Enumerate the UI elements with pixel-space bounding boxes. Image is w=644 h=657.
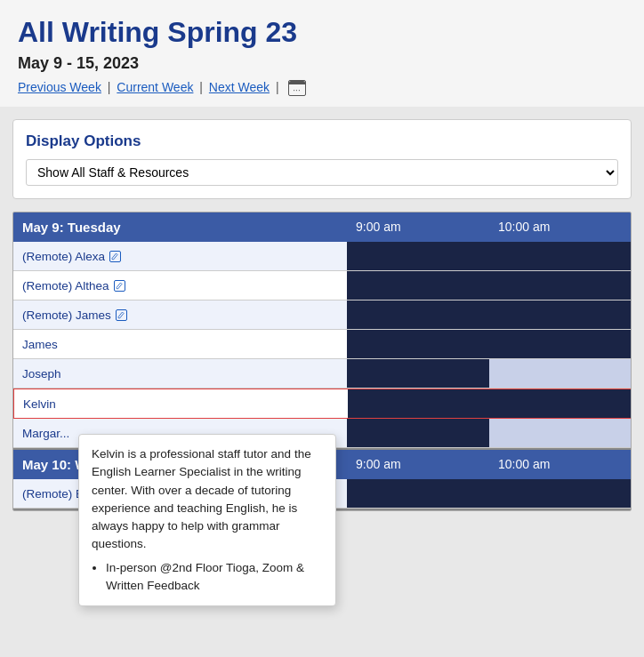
edit-icon-remote-althea[interactable] (114, 280, 125, 292)
current-week-link[interactable]: Current Week (117, 80, 193, 94)
time-cell-althea-2 (489, 271, 632, 300)
display-options-title: Display Options (26, 132, 618, 150)
staff-name-james: James (13, 333, 347, 357)
time-cell-brandy-1 (347, 479, 489, 508)
day-header-tuesday: May 9: Tuesday 9:00 am 10:00 am (13, 212, 631, 242)
time-cell-remote-james-2 (489, 300, 632, 329)
staff-name-remote-alexa: (Remote) Alexa (13, 244, 347, 268)
staff-row-remote-james: (Remote) James (13, 300, 631, 330)
time-cell-alexa-1 (347, 242, 489, 270)
date-range: May 9 - 15, 2023 (18, 54, 626, 73)
staff-name-joseph: Joseph (13, 362, 347, 386)
page-title: All Writing Spring 23 (18, 16, 626, 49)
calendar-icon[interactable] (288, 80, 306, 96)
day-header-time1-wednesday: 9:00 am (356, 457, 498, 472)
time-cell-james-1 (347, 330, 489, 358)
time-cell-margaret-2 (489, 419, 632, 447)
staff-row-joseph: Joseph (13, 359, 631, 389)
staff-row-remote-alexa: (Remote) Alexa (13, 242, 631, 271)
day-header-label-tuesday: May 9: Tuesday (22, 220, 356, 235)
time-cell-remote-james-1 (347, 300, 489, 329)
kelvin-tooltip: Kelvin is a professional staff tutor and… (78, 434, 336, 606)
time-cell-joseph-2 (489, 359, 632, 388)
time-cell-alexa-2 (489, 242, 632, 270)
tooltip-body: Kelvin is a professional staff tutor and… (92, 447, 311, 550)
staff-name-remote-james: (Remote) James (13, 303, 347, 327)
day-header-time2-tuesday: 10:00 am (498, 220, 632, 235)
staff-row-james: James (13, 330, 631, 359)
day-header-time1-tuesday: 9:00 am (356, 220, 498, 235)
time-cell-margaret-1 (347, 419, 489, 447)
time-cell-althea-1 (347, 271, 489, 300)
day-header-time2-wednesday: 10:00 am (498, 457, 632, 472)
time-cell-kelvin-1 (348, 389, 490, 418)
edit-icon-remote-james[interactable] (116, 309, 127, 321)
tooltip-location: In-person @2nd Floor Tioga, Zoom & Writt… (106, 559, 323, 596)
svg-rect-0 (110, 251, 121, 261)
staff-name-remote-althea: (Remote) Althea (13, 274, 347, 298)
time-cell-james-2 (489, 330, 632, 358)
staff-row-kelvin: Kelvin (13, 389, 631, 419)
time-cell-joseph-1 (347, 359, 489, 388)
day-section-tuesday: May 9: Tuesday 9:00 am 10:00 am (Remote)… (13, 212, 631, 450)
page-header: All Writing Spring 23 May 9 - 15, 2023 P… (0, 0, 644, 107)
staff-row-remote-althea: (Remote) Althea (13, 271, 631, 300)
next-week-link[interactable]: Next Week (209, 80, 270, 94)
staff-name-kelvin[interactable]: Kelvin (14, 392, 348, 416)
display-options-select[interactable]: Show All Staff & Resources (26, 159, 618, 186)
time-cell-kelvin-2 (490, 389, 632, 418)
edit-icon-remote-alexa[interactable] (109, 251, 121, 262)
previous-week-link[interactable]: Previous Week (18, 80, 101, 94)
svg-rect-1 (114, 280, 125, 291)
svg-rect-2 (116, 309, 126, 320)
time-cell-brandy-2 (489, 479, 632, 508)
display-options-section: Display Options Show All Staff & Resourc… (12, 119, 632, 199)
week-nav: Previous Week | Current Week | Next Week… (18, 80, 626, 96)
